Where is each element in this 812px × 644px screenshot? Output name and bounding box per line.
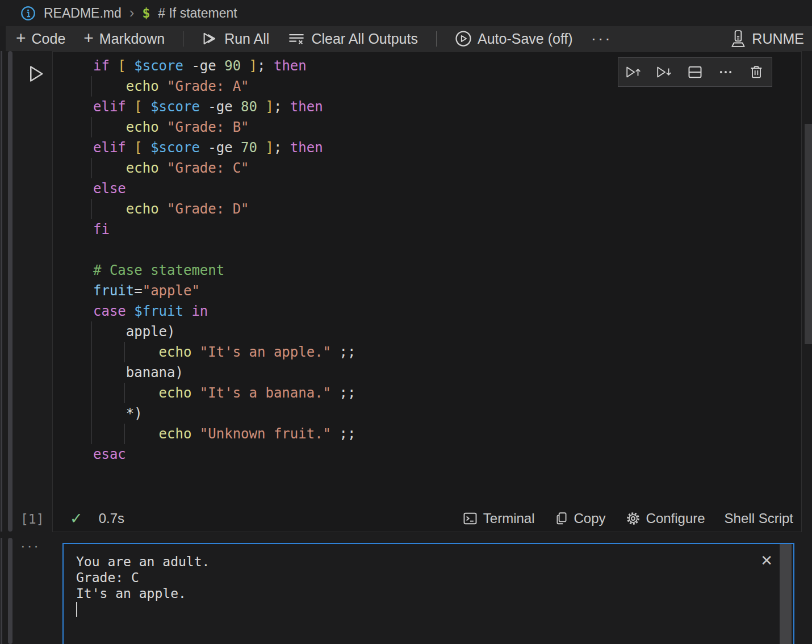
cell-toolbar: [618, 57, 772, 87]
code-line: echo "Grade: D": [93, 199, 801, 219]
terminal-icon: [462, 511, 478, 526]
notebook-window: README.md › $ # If statement + Code + Ma…: [0, 0, 812, 644]
code-line: fi: [93, 219, 801, 240]
auto-save-toggle[interactable]: Auto-Save (off): [455, 30, 573, 47]
toolbar-divider: [436, 31, 437, 47]
code-line: echo "Grade: B": [93, 117, 801, 137]
cell-focus-bar: [8, 51, 12, 532]
toolbar-divider: [183, 31, 183, 47]
code-editor[interactable]: if [ $score -ge 90 ]; then echo "Grade: …: [53, 52, 801, 505]
code-line: echo "Unknown fruit." ;;: [93, 424, 801, 444]
clear-all-outputs-label: Clear All Outputs: [311, 31, 418, 47]
plus-icon: +: [16, 30, 26, 47]
add-markdown-label: Markdown: [99, 31, 165, 47]
cell-status-left: ✓ 0.7s: [70, 509, 124, 528]
notebook-scrollbar[interactable]: [805, 124, 812, 344]
close-output-icon[interactable]: ✕: [760, 553, 773, 568]
cell-status-right: Terminal Copy Configure Shell Script: [462, 511, 793, 526]
output-line: You are an adult.: [76, 554, 793, 570]
configure-label: Configure: [646, 511, 705, 526]
terminal-label: Terminal: [483, 511, 535, 526]
code-line: case $fruit in: [93, 301, 801, 321]
code-line: echo "It's a banana." ;;: [93, 383, 801, 403]
cell-statusbar: ✓ 0.7s Terminal Copy: [53, 505, 801, 532]
indent-guide: [91, 321, 92, 444]
execution-duration: 0.7s: [99, 511, 124, 526]
code-line: *): [93, 403, 801, 424]
code-line: echo "It's an apple." ;;: [93, 342, 801, 362]
runme-logo-icon: [730, 30, 746, 48]
success-check-icon: ✓: [70, 509, 83, 528]
left-edge-indicator: [1, 51, 2, 532]
execution-order-label: [1]: [20, 512, 44, 526]
indent-guide: [91, 158, 92, 178]
code-lines: if [ $score -ge 90 ]; then echo "Grade: …: [53, 52, 801, 465]
run-cell-button[interactable]: [25, 62, 47, 85]
clear-all-outputs-button[interactable]: Clear All Outputs: [287, 31, 418, 47]
indent-guide: [91, 76, 92, 97]
split-cell-button[interactable]: [681, 58, 709, 86]
output-collapse-button[interactable]: ···: [20, 537, 40, 555]
output-line: It's an apple.: [76, 586, 793, 601]
delete-cell-button[interactable]: [743, 58, 770, 86]
output-scrollbar[interactable]: [780, 544, 792, 644]
configure-button[interactable]: Configure: [625, 511, 705, 526]
terminal-button[interactable]: Terminal: [462, 511, 535, 526]
notebook-toolbar: + Code + Markdown Run All Clear All Outp…: [6, 26, 812, 51]
code-line: apple): [93, 321, 801, 342]
code-line: elif [ $score -ge 70 ]; then: [93, 137, 801, 158]
indent-guide: [91, 199, 92, 219]
code-line: esac: [93, 444, 801, 465]
runme-brand-label: RUNME: [752, 31, 804, 47]
runme-brand-button[interactable]: RUNME: [730, 30, 804, 48]
auto-save-icon: [455, 30, 472, 47]
code-line: fruit="apple": [93, 281, 801, 301]
language-label: Shell Script: [725, 511, 793, 526]
gear-icon: [625, 511, 641, 526]
code-line: [93, 240, 801, 260]
chevron-right-icon: ›: [129, 5, 135, 20]
terminal-cursor: [76, 602, 77, 617]
language-picker[interactable]: Shell Script: [725, 511, 793, 526]
output-cursor-line: [76, 601, 793, 617]
output-terminal[interactable]: You are an adult.Grade: CIt's an apple. …: [62, 543, 794, 644]
auto-save-label: Auto-Save (off): [478, 31, 573, 47]
code-line: banana): [93, 362, 801, 383]
indent-guide: [91, 117, 92, 137]
breadcrumb-symbol[interactable]: # If statement: [158, 6, 237, 21]
left-edge-indicator: [1, 538, 2, 644]
output-focus-bar: [8, 538, 12, 644]
copy-label: Copy: [574, 511, 606, 526]
shell-symbol-icon: $: [142, 6, 150, 20]
plus-icon: +: [83, 30, 94, 47]
execute-above-button[interactable]: [620, 58, 647, 86]
run-all-label: Run All: [224, 31, 269, 47]
indent-guide: [124, 383, 125, 403]
copy-button[interactable]: Copy: [554, 511, 606, 526]
info-icon[interactable]: [20, 6, 36, 21]
execute-below-button[interactable]: [651, 58, 678, 86]
add-code-cell-button[interactable]: + Code: [16, 31, 65, 47]
more-actions-icon[interactable]: ···: [591, 30, 612, 48]
add-markdown-cell-button[interactable]: + Markdown: [83, 31, 165, 47]
indent-guide: [124, 342, 125, 362]
output-text: You are an adult.Grade: CIt's an apple.: [64, 544, 793, 617]
add-code-label: Code: [32, 31, 66, 47]
copy-icon: [554, 511, 569, 526]
output-line: Grade: C: [76, 570, 793, 586]
breadcrumb: README.md › $ # If statement: [0, 0, 812, 26]
breadcrumb-file[interactable]: README.md: [44, 6, 122, 21]
more-cell-actions-button[interactable]: [712, 58, 739, 86]
clear-outputs-icon: [287, 31, 305, 47]
code-line: echo "Grade: C": [93, 158, 801, 178]
code-cell: if [ $score -ge 90 ]; then echo "Grade: …: [52, 51, 802, 532]
run-all-icon: [202, 31, 219, 47]
indent-guide: [124, 424, 125, 444]
run-all-button[interactable]: Run All: [202, 31, 269, 47]
code-line: elif [ $score -ge 80 ]; then: [93, 97, 801, 117]
code-line: else: [93, 178, 801, 199]
code-line: # Case statement: [93, 260, 801, 281]
